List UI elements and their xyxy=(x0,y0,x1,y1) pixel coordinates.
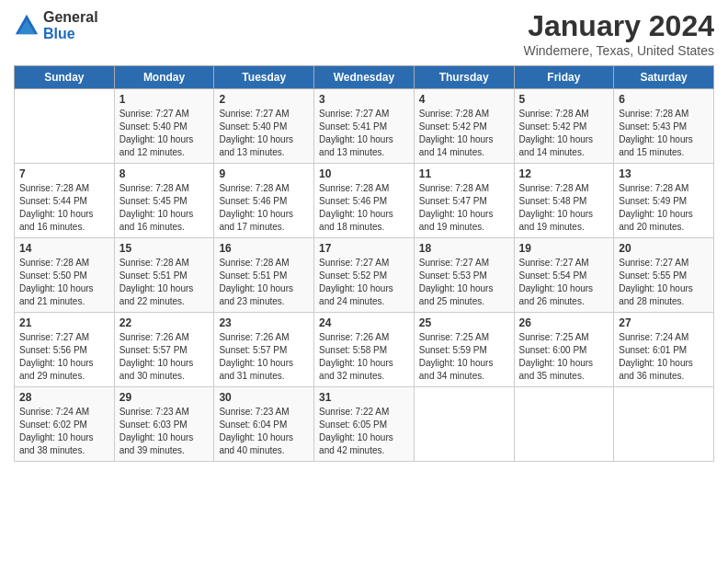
day-number: 19 xyxy=(519,242,609,255)
day-info: Sunrise: 7:25 AM Sunset: 6:00 PM Dayligh… xyxy=(519,331,609,383)
col-tuesday: Tuesday xyxy=(214,66,314,89)
day-info: Sunrise: 7:28 AM Sunset: 5:45 PM Dayligh… xyxy=(119,182,210,234)
day-number: 16 xyxy=(219,242,309,255)
logo-general: General xyxy=(43,9,98,25)
day-number: 13 xyxy=(619,167,709,180)
day-cell: 11Sunrise: 7:28 AM Sunset: 5:47 PM Dayli… xyxy=(414,164,514,238)
day-number: 10 xyxy=(319,167,409,180)
day-number: 8 xyxy=(119,167,210,180)
day-number: 3 xyxy=(319,93,409,106)
day-number: 22 xyxy=(119,316,210,329)
day-info: Sunrise: 7:24 AM Sunset: 6:01 PM Dayligh… xyxy=(619,331,709,383)
day-info: Sunrise: 7:27 AM Sunset: 5:54 PM Dayligh… xyxy=(519,257,609,308)
day-number: 11 xyxy=(419,167,509,180)
day-info: Sunrise: 7:28 AM Sunset: 5:43 PM Dayligh… xyxy=(619,108,709,159)
week-row-1: 1Sunrise: 7:27 AM Sunset: 5:40 PM Daylig… xyxy=(15,89,714,164)
day-number: 9 xyxy=(219,167,309,180)
main-title: January 2024 xyxy=(523,9,714,43)
day-info: Sunrise: 7:25 AM Sunset: 5:59 PM Dayligh… xyxy=(419,331,509,383)
day-cell: 31Sunrise: 7:22 AM Sunset: 6:05 PM Dayli… xyxy=(314,387,415,462)
day-cell: 20Sunrise: 7:27 AM Sunset: 5:55 PM Dayli… xyxy=(614,238,714,313)
day-cell: 14Sunrise: 7:28 AM Sunset: 5:50 PM Dayli… xyxy=(15,238,115,313)
day-number: 30 xyxy=(219,391,309,404)
day-cell: 12Sunrise: 7:28 AM Sunset: 5:48 PM Dayli… xyxy=(514,164,614,238)
day-number: 25 xyxy=(419,316,509,329)
day-cell: 24Sunrise: 7:26 AM Sunset: 5:58 PM Dayli… xyxy=(314,313,415,387)
day-cell: 30Sunrise: 7:23 AM Sunset: 6:04 PM Dayli… xyxy=(214,387,314,462)
day-info: Sunrise: 7:23 AM Sunset: 6:04 PM Dayligh… xyxy=(219,406,309,457)
day-number: 12 xyxy=(519,167,609,180)
day-info: Sunrise: 7:27 AM Sunset: 5:55 PM Dayligh… xyxy=(619,257,709,308)
week-row-3: 14Sunrise: 7:28 AM Sunset: 5:50 PM Dayli… xyxy=(15,238,714,313)
day-info: Sunrise: 7:28 AM Sunset: 5:48 PM Dayligh… xyxy=(519,182,609,234)
day-info: Sunrise: 7:28 AM Sunset: 5:44 PM Dayligh… xyxy=(19,182,109,234)
day-cell: 23Sunrise: 7:26 AM Sunset: 5:57 PM Dayli… xyxy=(214,313,314,387)
day-info: Sunrise: 7:27 AM Sunset: 5:56 PM Dayligh… xyxy=(19,331,109,383)
day-info: Sunrise: 7:24 AM Sunset: 6:02 PM Dayligh… xyxy=(19,406,109,457)
day-number: 26 xyxy=(519,316,609,329)
subtitle: Windemere, Texas, United States xyxy=(523,43,714,58)
day-info: Sunrise: 7:27 AM Sunset: 5:52 PM Dayligh… xyxy=(319,257,409,308)
day-info: Sunrise: 7:26 AM Sunset: 5:57 PM Dayligh… xyxy=(119,331,210,383)
day-cell: 6Sunrise: 7:28 AM Sunset: 5:43 PM Daylig… xyxy=(614,89,714,164)
day-info: Sunrise: 7:27 AM Sunset: 5:53 PM Dayligh… xyxy=(419,257,509,308)
day-cell: 7Sunrise: 7:28 AM Sunset: 5:44 PM Daylig… xyxy=(15,164,115,238)
col-thursday: Thursday xyxy=(414,66,514,89)
day-cell: 29Sunrise: 7:23 AM Sunset: 6:03 PM Dayli… xyxy=(114,387,214,462)
col-friday: Friday xyxy=(514,66,614,89)
day-number: 17 xyxy=(319,242,409,255)
day-cell xyxy=(614,387,714,462)
day-info: Sunrise: 7:28 AM Sunset: 5:47 PM Dayligh… xyxy=(419,182,509,234)
day-info: Sunrise: 7:28 AM Sunset: 5:46 PM Dayligh… xyxy=(319,182,409,234)
header-row: Sunday Monday Tuesday Wednesday Thursday… xyxy=(15,66,714,89)
title-section: January 2024 Windemere, Texas, United St… xyxy=(523,9,714,58)
day-cell xyxy=(15,89,115,164)
day-info: Sunrise: 7:22 AM Sunset: 6:05 PM Dayligh… xyxy=(319,406,409,457)
day-cell: 21Sunrise: 7:27 AM Sunset: 5:56 PM Dayli… xyxy=(15,313,115,387)
day-info: Sunrise: 7:28 AM Sunset: 5:49 PM Dayligh… xyxy=(619,182,709,234)
day-cell: 28Sunrise: 7:24 AM Sunset: 6:02 PM Dayli… xyxy=(15,387,115,462)
day-cell: 16Sunrise: 7:28 AM Sunset: 5:51 PM Dayli… xyxy=(214,238,314,313)
day-info: Sunrise: 7:27 AM Sunset: 5:41 PM Dayligh… xyxy=(319,108,409,159)
day-cell: 3Sunrise: 7:27 AM Sunset: 5:41 PM Daylig… xyxy=(314,89,415,164)
day-number: 2 xyxy=(219,93,309,106)
day-cell: 2Sunrise: 7:27 AM Sunset: 5:40 PM Daylig… xyxy=(214,89,314,164)
logo-icon xyxy=(14,13,40,39)
day-cell: 1Sunrise: 7:27 AM Sunset: 5:40 PM Daylig… xyxy=(114,89,214,164)
day-number: 4 xyxy=(419,93,509,106)
day-cell: 4Sunrise: 7:28 AM Sunset: 5:42 PM Daylig… xyxy=(414,89,514,164)
day-info: Sunrise: 7:28 AM Sunset: 5:51 PM Dayligh… xyxy=(119,257,210,308)
day-cell xyxy=(514,387,614,462)
day-info: Sunrise: 7:23 AM Sunset: 6:03 PM Dayligh… xyxy=(119,406,210,457)
calendar-table: Sunday Monday Tuesday Wednesday Thursday… xyxy=(14,65,714,462)
day-cell xyxy=(414,387,514,462)
week-row-5: 28Sunrise: 7:24 AM Sunset: 6:02 PM Dayli… xyxy=(15,387,714,462)
day-number: 6 xyxy=(619,93,709,106)
day-cell: 10Sunrise: 7:28 AM Sunset: 5:46 PM Dayli… xyxy=(314,164,415,238)
week-row-2: 7Sunrise: 7:28 AM Sunset: 5:44 PM Daylig… xyxy=(15,164,714,238)
day-info: Sunrise: 7:28 AM Sunset: 5:42 PM Dayligh… xyxy=(519,108,609,159)
day-number: 1 xyxy=(119,93,210,106)
day-info: Sunrise: 7:26 AM Sunset: 5:57 PM Dayligh… xyxy=(219,331,309,383)
day-cell: 13Sunrise: 7:28 AM Sunset: 5:49 PM Dayli… xyxy=(614,164,714,238)
day-cell: 26Sunrise: 7:25 AM Sunset: 6:00 PM Dayli… xyxy=(514,313,614,387)
day-number: 21 xyxy=(19,316,109,329)
day-info: Sunrise: 7:27 AM Sunset: 5:40 PM Dayligh… xyxy=(119,108,210,159)
day-number: 15 xyxy=(119,242,210,255)
day-cell: 15Sunrise: 7:28 AM Sunset: 5:51 PM Dayli… xyxy=(114,238,214,313)
day-cell: 27Sunrise: 7:24 AM Sunset: 6:01 PM Dayli… xyxy=(614,313,714,387)
day-cell: 8Sunrise: 7:28 AM Sunset: 5:45 PM Daylig… xyxy=(114,164,214,238)
day-info: Sunrise: 7:27 AM Sunset: 5:40 PM Dayligh… xyxy=(219,108,309,159)
col-monday: Monday xyxy=(114,66,214,89)
day-number: 14 xyxy=(19,242,109,255)
day-number: 29 xyxy=(119,391,210,404)
day-cell: 22Sunrise: 7:26 AM Sunset: 5:57 PM Dayli… xyxy=(114,313,214,387)
day-cell: 18Sunrise: 7:27 AM Sunset: 5:53 PM Dayli… xyxy=(414,238,514,313)
day-number: 23 xyxy=(219,316,309,329)
col-saturday: Saturday xyxy=(614,66,714,89)
day-info: Sunrise: 7:26 AM Sunset: 5:58 PM Dayligh… xyxy=(319,331,409,383)
day-number: 24 xyxy=(319,316,409,329)
logo: General Blue xyxy=(14,9,98,42)
day-number: 5 xyxy=(519,93,609,106)
week-row-4: 21Sunrise: 7:27 AM Sunset: 5:56 PM Dayli… xyxy=(15,313,714,387)
